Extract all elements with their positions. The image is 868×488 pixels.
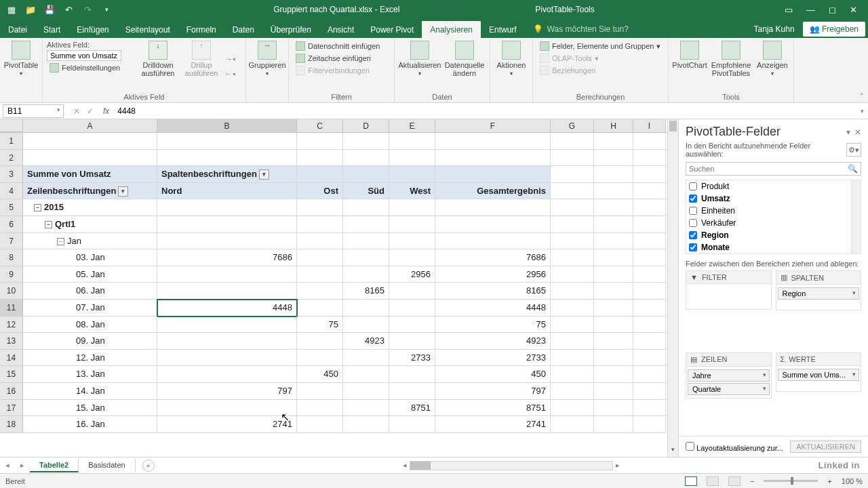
cell[interactable] [633,133,666,150]
row-header-13[interactable]: 13 [0,333,23,350]
val-total[interactable]: 2956 [435,266,551,283]
field-region[interactable]: Region [686,229,861,241]
val-west[interactable] [389,383,435,400]
cell[interactable] [633,199,666,216]
cell[interactable] [551,300,594,317]
active-field-input[interactable] [47,50,121,61]
tab-einfügen[interactable]: Einfügen [68,21,117,38]
cell[interactable] [297,199,343,216]
val-total[interactable]: 4448 [435,300,551,317]
val-sued[interactable] [343,350,389,367]
cell[interactable] [551,283,594,300]
cell[interactable] [594,366,633,383]
cell[interactable] [389,199,435,216]
cell[interactable] [594,133,633,150]
fx-icon[interactable]: fx [103,106,115,116]
zone-item-region[interactable]: Region [778,287,860,300]
columns-zone[interactable]: ▥SPALTEN Region [776,270,862,348]
col-header-G[interactable]: G [551,119,594,132]
cell[interactable] [297,216,343,233]
date-label[interactable]: 16. Jan [23,416,157,433]
val-nord[interactable] [157,317,297,333]
rows-zone[interactable]: ▤ZEILEN Jahre Quartale [686,352,772,436]
row-header-16[interactable]: 16 [0,383,23,400]
sheet-tab-basisdaten[interactable]: Basisdaten [79,459,135,472]
cell[interactable] [343,166,389,183]
cell[interactable] [633,249,666,266]
row-header-9[interactable]: 9 [0,266,23,283]
cell[interactable] [633,166,666,183]
expand-formula-icon[interactable]: ▾ [856,108,868,115]
cell[interactable] [551,183,594,200]
pane-close-icon[interactable]: ✕ [854,127,861,137]
cell[interactable] [23,133,157,150]
cell[interactable] [297,150,343,167]
val-nord[interactable]: 797 [157,383,297,400]
val-nord[interactable] [157,283,297,300]
collapse-ribbon-icon[interactable]: ˄ [860,92,864,101]
val-west[interactable] [389,249,435,266]
date-label[interactable]: 13. Jan [23,366,157,383]
drilldown-button[interactable]: ↓Drilldown ausführen [138,41,178,92]
cell[interactable] [633,183,666,200]
select-all-corner[interactable] [0,119,23,132]
tab-datei[interactable]: Datei [0,21,35,38]
cell[interactable] [297,133,343,150]
cell[interactable] [157,133,297,150]
val-nord[interactable] [157,333,297,350]
pivot-col-label[interactable]: Spaltenbeschriftungen▾ [157,166,297,183]
cell[interactable] [389,150,435,167]
val-nord[interactable]: 7686 [157,249,297,266]
val-sued[interactable] [343,266,389,283]
share-button[interactable]: 👥 Freigeben [803,22,865,37]
year-2015[interactable]: −2015 [23,199,157,216]
col-total[interactable]: Gesamtergebnis [435,183,551,200]
cell[interactable] [633,400,666,417]
val-nord[interactable] [157,266,297,283]
val-sued[interactable] [343,249,389,266]
cell[interactable] [633,416,666,433]
col-header-B[interactable]: B [157,119,297,132]
cell[interactable] [343,133,389,150]
val-sued[interactable]: 8165 [343,283,389,300]
field-umsatz[interactable]: Umsatz [686,192,861,205]
normal-view-button[interactable] [685,476,697,486]
field-verkäufer[interactable]: Verkäufer [686,217,861,229]
val-west[interactable] [389,333,435,350]
col-west[interactable]: West [389,183,435,200]
col-filter-icon[interactable]: ▾ [259,169,269,180]
row-header-7[interactable]: 7 [0,233,23,250]
date-label[interactable]: 03. Jan [23,249,157,266]
row-header-18[interactable]: 18 [0,416,23,433]
field-settings-button[interactable]: Feldeinstellungen [47,62,135,73]
cell[interactable] [551,400,594,417]
zone-item-years[interactable]: Jahre [688,369,770,382]
val-west[interactable] [389,366,435,383]
cell[interactable] [633,300,666,317]
timeline-button[interactable]: Zeitachse einfügen [293,53,382,64]
pane-settings-icon[interactable]: ⚙▾ [846,143,861,157]
cell[interactable] [551,233,594,250]
field-list[interactable]: ProduktUmsatzEinheitenVerkäuferRegionMon… [686,180,861,254]
val-west[interactable]: 8751 [389,400,435,417]
field-monate[interactable]: Monate [686,241,861,253]
formula-input[interactable] [115,105,856,117]
date-label[interactable]: 12. Jan [23,350,157,367]
cell[interactable] [435,199,551,216]
cell[interactable] [633,333,666,350]
cell[interactable] [633,366,666,383]
cell[interactable] [551,133,594,150]
ribbon-options-icon[interactable]: ▭ [785,5,793,15]
zoom-out-icon[interactable]: − [750,477,754,485]
show-button[interactable]: Anzeigen▾ [755,41,789,92]
val-ost[interactable] [297,416,343,433]
hscroll-left-icon[interactable]: ◂ [400,461,410,470]
cell[interactable] [594,350,633,367]
cell[interactable] [594,166,633,183]
date-label[interactable]: 07. Jan [23,300,157,317]
tab-analysieren[interactable]: Analysieren [422,21,481,38]
cell[interactable] [633,233,666,250]
field-einheiten[interactable]: Einheiten [686,205,861,217]
zoom-in-icon[interactable]: + [827,477,831,485]
pivot-sum-label[interactable]: Summe von Umsatz [23,166,157,183]
